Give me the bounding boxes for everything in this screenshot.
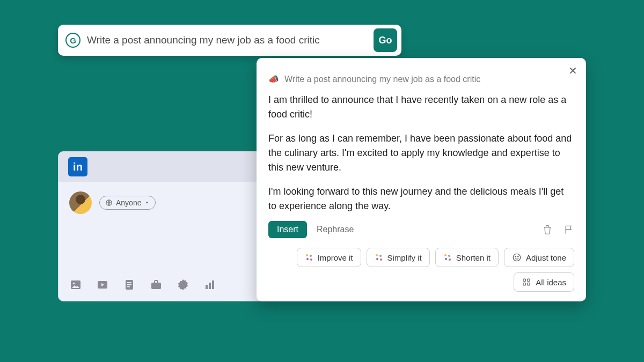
shorten-chip[interactable]: Shorten it: [435, 248, 499, 267]
svg-rect-28: [528, 279, 530, 282]
emoji-icon: [512, 253, 522, 262]
svg-point-20: [444, 254, 447, 256]
megaphone-icon: 📣: [268, 74, 279, 84]
linkedin-compose-card: in Anyone: [58, 151, 283, 301]
improve-chip[interactable]: Improve it: [297, 248, 361, 267]
chip-label: Improve it: [318, 253, 353, 262]
chip-label: Shorten it: [456, 253, 491, 262]
generated-paragraph: I'm looking forward to this new journey …: [268, 184, 574, 213]
suggestion-panel: ✕ 📣 Write a post announcing my new job a…: [257, 58, 586, 301]
prompt-input[interactable]: Write a post announcing my new job as a …: [87, 34, 367, 46]
close-icon[interactable]: ✕: [568, 64, 577, 77]
flag-icon[interactable]: [564, 224, 574, 235]
svg-rect-30: [528, 283, 530, 286]
svg-point-16: [376, 254, 378, 256]
svg-point-15: [310, 258, 312, 261]
caret-down-icon: [144, 200, 150, 205]
svg-point-2: [73, 283, 75, 285]
adjust-tone-chip[interactable]: Adjust tone: [504, 248, 574, 267]
svg-point-17: [379, 255, 382, 257]
svg-point-18: [376, 258, 378, 260]
chip-label: All ideas: [536, 278, 566, 287]
linkedin-toolbar: [69, 278, 216, 291]
svg-rect-7: [127, 286, 130, 287]
simplify-chip[interactable]: Simplify it: [367, 248, 430, 267]
sparkle-icon: [305, 253, 313, 262]
avatar: [69, 191, 92, 214]
all-ideas-chip[interactable]: All ideas: [514, 272, 574, 292]
document-icon[interactable]: [123, 278, 136, 291]
trash-icon[interactable]: [542, 224, 553, 235]
rephrase-button[interactable]: Rephrase: [317, 225, 354, 234]
prompt-echo: 📣 Write a post announcing my new job as …: [268, 74, 574, 84]
video-icon[interactable]: [96, 278, 109, 291]
generated-paragraph: I am thrilled to announce that I have re…: [268, 93, 574, 122]
svg-rect-27: [523, 279, 526, 282]
audience-label: Anyone: [116, 198, 141, 207]
svg-point-19: [380, 258, 382, 261]
briefcase-icon[interactable]: [150, 278, 163, 291]
svg-point-22: [445, 258, 447, 260]
chip-label: Adjust tone: [526, 253, 566, 262]
svg-point-23: [449, 258, 451, 261]
svg-rect-8: [151, 283, 161, 289]
chart-icon[interactable]: [203, 278, 216, 291]
svg-rect-9: [206, 285, 208, 289]
prompt-echo-text: Write a post announcing my new job as a …: [284, 75, 480, 84]
svg-rect-5: [127, 282, 131, 283]
primary-actions: Insert Rephrase: [268, 221, 574, 238]
audience-selector[interactable]: Anyone: [99, 196, 156, 210]
svg-point-13: [310, 255, 312, 257]
grammarly-logo-icon: G: [65, 33, 80, 48]
svg-point-24: [513, 254, 521, 261]
prompt-bar: G Write a post announcing my new job as …: [58, 25, 401, 56]
badge-icon[interactable]: [177, 278, 189, 291]
svg-point-26: [517, 256, 518, 257]
svg-point-14: [306, 258, 309, 260]
globe-icon: [105, 199, 113, 206]
svg-rect-6: [127, 284, 131, 285]
svg-rect-29: [523, 283, 526, 286]
sparkle-icon: [443, 253, 452, 262]
svg-point-12: [306, 254, 308, 256]
insert-button[interactable]: Insert: [268, 221, 307, 238]
sparkle-icon: [375, 253, 383, 262]
svg-point-25: [515, 256, 516, 257]
chip-label: Simplify it: [387, 253, 422, 262]
linkedin-logo-icon: in: [68, 157, 87, 176]
suggestion-chips: Improve it Simplify it Shorten it Adjust…: [268, 248, 574, 292]
generated-text: I am thrilled to announce that I have re…: [268, 93, 574, 213]
linkedin-header: in: [58, 152, 283, 182]
svg-rect-11: [212, 280, 214, 289]
image-icon[interactable]: [69, 278, 82, 291]
svg-rect-10: [209, 283, 211, 289]
generated-paragraph: For as long as I can remember, I have be…: [268, 131, 574, 175]
grid-icon: [522, 277, 531, 287]
go-button[interactable]: Go: [374, 28, 397, 52]
svg-point-21: [448, 255, 450, 257]
